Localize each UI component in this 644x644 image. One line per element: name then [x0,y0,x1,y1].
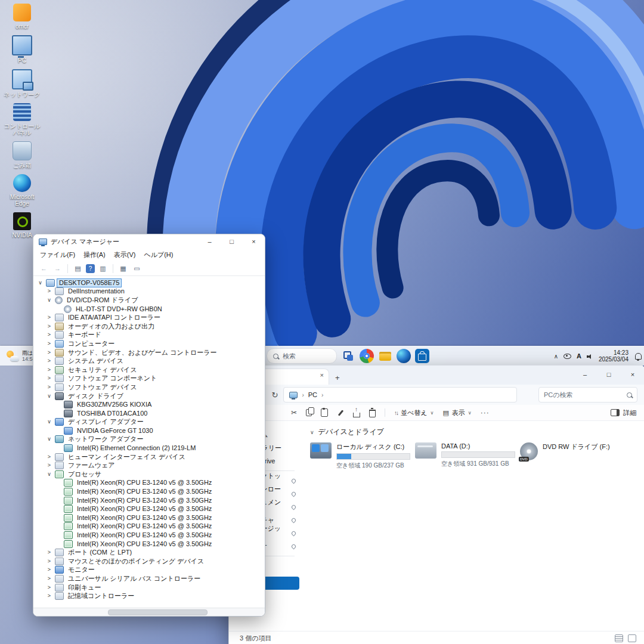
address-bar[interactable]: › PC › [283,387,517,402]
tree-item[interactable]: NVIDIA GeForce GT 1030 [33,426,265,435]
breadcrumb-pc[interactable]: PC [308,391,317,398]
drive-tile[interactable]: DATA (D:)空き領域 931 GB/931 GB [415,442,516,470]
chrome-icon[interactable] [360,349,374,363]
desktop-icon-control-panel[interactable]: コントロール パネル [2,103,42,136]
privacy-eye-icon[interactable] [564,354,571,359]
tree-item[interactable]: ∨ディスク ドライブ [33,392,265,401]
tray-expand-chevron-icon[interactable]: ∧ [554,353,558,360]
tree-item[interactable]: >記憶域コントローラー [33,592,265,600]
tree-item[interactable]: Intel(R) Xeon(R) CPU E3-1240 v5 @ 3.50GH… [33,540,265,549]
desktop-icon-network[interactable]: ネットワーク [2,69,42,98]
tree-item[interactable]: >モニター [33,566,265,575]
tree-expander-icon[interactable]: > [46,549,52,556]
copy-icon[interactable] [306,409,312,416]
tree-item[interactable]: >DellInstrumentation [33,287,265,296]
tree-expander-icon[interactable]: > [46,558,52,565]
tree-expander-icon[interactable]: > [46,340,52,348]
tree-expander-icon[interactable]: ∨ [46,435,52,443]
tree-item[interactable]: ∨DVD/CD-ROM ドライブ [33,296,265,305]
tree-item[interactable]: Intel(R) Xeon(R) CPU E3-1240 v5 @ 3.50GH… [33,513,265,522]
notification-bell-icon[interactable] [635,353,642,360]
tree-item[interactable]: >セキュリティ デバイス [33,366,265,374]
tree-expander-icon[interactable]: ∨ [37,279,44,287]
tree-expander-icon[interactable]: > [46,314,52,321]
tree-item[interactable]: >コンピューター [33,339,265,348]
tree-expander-icon[interactable]: ∨ [46,296,52,304]
tree-expander-icon[interactable]: > [46,575,52,583]
tree-item[interactable]: Intel(R) Xeon(R) CPU E3-1240 v5 @ 3.50GH… [33,531,265,540]
desktop-icon-pc[interactable]: PC [2,35,42,64]
tree-item[interactable]: >ソフトウェア デバイス [33,383,265,392]
minimize-button[interactable]: – [199,234,221,249]
delete-icon[interactable] [369,410,376,417]
tree-expander-icon[interactable]: > [46,462,52,469]
tree-item[interactable]: >ファームウェア [33,461,265,470]
desktop-icon-app-orange[interactable]: omcr [2,4,42,30]
tab-close-icon[interactable]: × [320,371,324,379]
taskbar-search[interactable]: 検索 [267,348,337,364]
scrollbar-thumb[interactable] [108,609,208,615]
tree-expander-icon[interactable]: > [46,331,52,339]
paste-icon[interactable] [321,408,328,417]
more-options-icon[interactable]: ··· [481,408,490,417]
share-icon[interactable] [353,413,360,417]
tree-item[interactable]: ∨ネットワーク アダプター [33,435,265,444]
explorer-search-box[interactable]: PCの検索 [538,387,637,402]
tree-item[interactable]: >ヒューマン インターフェイス デバイス [33,453,265,462]
taskbar-clock[interactable]: 14:23 2025/03/04 [599,349,628,363]
volume-icon[interactable] [587,353,593,360]
microsoft-store-icon[interactable] [415,349,429,363]
tree-item[interactable]: Intel(R) Xeon(R) CPU E3-1240 v5 @ 3.50GH… [33,479,265,488]
file-explorer-taskbar-icon[interactable] [378,349,392,363]
menu-file[interactable]: ファイル(F) [36,249,79,261]
tree-expander-icon[interactable]: > [46,357,52,365]
tree-expander-icon[interactable]: > [46,366,52,374]
tree-expander-icon[interactable]: > [46,566,52,574]
tree-item[interactable]: >オーディオの入力および出力 [33,322,265,331]
section-devices-and-drives[interactable]: ∨ デバイスとドライブ [310,427,644,437]
close-button[interactable]: × [621,366,644,383]
tree-expander-icon[interactable]: > [46,374,52,382]
tree-item[interactable]: Intel(R) Xeon(R) CPU E3-1240 v5 @ 3.50GH… [33,522,265,531]
view-button[interactable]: ▤ 表示 ∨ [442,408,471,417]
details-view-toggle-icon[interactable] [615,634,623,642]
tree-expander-icon[interactable]: > [46,287,52,295]
scan-hardware-changes-icon[interactable]: ▦ [117,263,129,274]
desktop-icon-recycle[interactable]: ごみ箱 [2,141,42,169]
tree-item[interactable]: Intel(R) Ethernet Connection (2) I219-LM [33,444,265,453]
console-tree-icon[interactable]: ▤ [72,263,83,274]
tree-expander-icon[interactable]: ∨ [46,392,52,400]
export-list-icon[interactable]: ▥ [97,263,109,274]
maximize-button[interactable]: □ [597,366,621,383]
tree-item[interactable]: Intel(R) Xeon(R) CPU E3-1240 v5 @ 3.50GH… [33,496,265,505]
tree-item[interactable]: ∨プロセッサ [33,470,265,479]
tree-item[interactable]: >IDE ATA/ATAPI コントローラー [33,313,265,322]
tree-expander-icon[interactable]: > [46,323,52,330]
tree-item[interactable]: >ポート (COM と LPT) [33,548,265,557]
properties-icon[interactable]: ▭ [131,263,143,274]
tree-item[interactable]: KBG30ZMV256G KIOXIA [33,400,265,409]
close-button[interactable]: × [243,234,265,249]
drive-tile[interactable]: DVDDVD RW ドライブ (F:) [520,442,621,470]
minimize-button[interactable]: – [573,366,597,383]
cut-icon[interactable]: ✂ [291,409,297,416]
tree-expander-icon[interactable]: > [46,383,52,391]
tree-item[interactable]: TOSHIBA DT01ACA100 [33,409,265,418]
back-button[interactable]: ← [38,263,49,274]
tree-item[interactable]: >キーボード [33,331,265,340]
tree-item[interactable]: ∨ディスプレイ アダプター [33,418,265,427]
large-icons-view-toggle-icon[interactable] [628,634,636,642]
tree-item[interactable]: >ソフトウェア コンポーネント [33,374,265,383]
tree-expander-icon[interactable]: > [46,584,52,592]
menu-action[interactable]: 操作(A) [79,249,110,261]
details-pane-button[interactable]: 詳細 [611,408,636,417]
forward-button[interactable]: → [52,263,63,274]
rename-icon[interactable] [337,409,344,417]
tree-expander-icon[interactable]: > [46,453,52,461]
menu-help[interactable]: ヘルプ(H) [140,249,177,261]
sort-button[interactable]: ↑↓ 並べ替え ∨ [394,408,434,417]
menu-view[interactable]: 表示(V) [110,249,140,261]
desktop-icon-edge[interactable]: Microsoft Edge [2,174,42,207]
new-tab-button[interactable]: + [335,373,340,382]
tree-item[interactable]: >サウンド、ビデオ、およびゲーム コントローラー [33,348,265,357]
